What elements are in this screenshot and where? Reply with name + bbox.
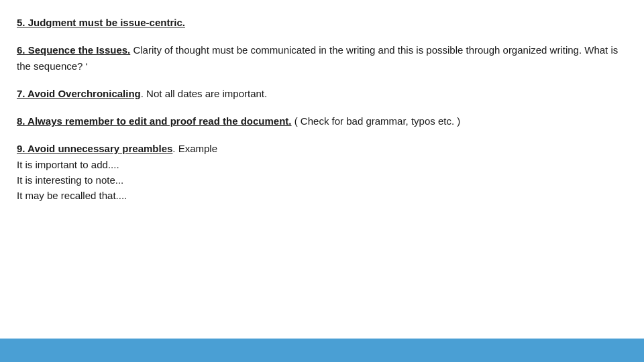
section-5: 5. Judgment must be issue-centric. — [17, 15, 627, 30]
section-5-text: 5. Judgment must be issue-centric. — [17, 17, 185, 28]
section-7-heading: 7. Avoid Overchronicaling — [17, 88, 141, 99]
bottom-bar — [0, 339, 644, 362]
main-content: 5. Judgment must be issue-centric. 6. Se… — [0, 0, 644, 339]
section-9-text: 9. Avoid unnecessary preambles. Example … — [17, 141, 627, 203]
section-7-text: 7. Avoid Overchronicaling. Not all dates… — [17, 88, 267, 99]
section-9: 9. Avoid unnecessary preambles. Example … — [17, 141, 627, 203]
section-8: 8. Always remember to edit and proof rea… — [17, 113, 627, 129]
section-9-heading: 9. Avoid unnecessary preambles — [17, 143, 172, 154]
section-6-heading: 6. Sequence the Issues. — [17, 44, 130, 56]
section-8-heading: 8. Always remember to edit and proof rea… — [17, 115, 292, 127]
section-8-text: 8. Always remember to edit and proof rea… — [17, 115, 460, 127]
section-6: 6. Sequence the Issues. Clarity of thoug… — [17, 42, 627, 74]
section-5-heading: 5. Judgment must be issue-centric. — [17, 17, 185, 28]
section-7: 7. Avoid Overchronicaling. Not all dates… — [17, 86, 627, 101]
section-6-text: 6. Sequence the Issues. Clarity of thoug… — [17, 44, 618, 71]
